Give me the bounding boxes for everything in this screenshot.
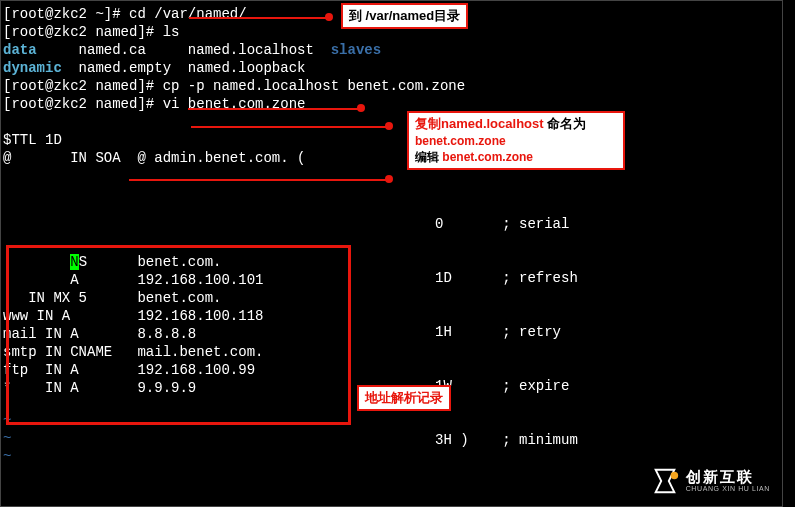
shell-prompt: [root@zkc2 ~]# — [3, 6, 129, 22]
terminal-line: $TTL 1D — [3, 131, 780, 149]
annotation-box — [6, 245, 351, 425]
logo-icon — [650, 466, 680, 496]
shell-command: ls — [163, 24, 180, 40]
watermark-logo: 创新互联 CHUANG XIN HU LIAN — [650, 466, 770, 496]
terminal-line: @ IN SOA @ admin.benet.com. ( — [3, 149, 780, 167]
annotation-line — [191, 126, 389, 128]
terminal-line: dynamic named.empty named.loopback — [3, 59, 780, 77]
shell-prompt: [root@zkc2 named]# — [3, 96, 163, 112]
svg-point-0 — [670, 472, 678, 480]
annotation-text: 复制named.localhost 命名为 — [415, 116, 586, 131]
annotation-text: benet.com.zone — [415, 134, 617, 148]
soa-values: 0 ; serial 1D ; refresh 1H ; retry 1W ; … — [435, 179, 578, 485]
annotation-line — [189, 17, 329, 19]
annotation-line — [129, 179, 389, 181]
annotation-line — [188, 108, 361, 110]
annotation-box: 地址解析记录 — [357, 385, 451, 411]
shell-prompt: [root@zkc2 named]# — [3, 78, 163, 94]
vi-tilde: ~ — [3, 429, 780, 447]
shell-command: cd /var/named/ — [129, 6, 247, 22]
soa-minimum: 3H ) ; minimum — [435, 431, 578, 449]
terminal-line: [root@zkc2 named]# vi benet.com.zone — [3, 95, 780, 113]
soa-retry: 1H ; retry — [435, 323, 578, 341]
dir-name: data — [3, 42, 37, 58]
logo-text: 创新互联 CHUANG XIN HU LIAN — [686, 469, 770, 492]
shell-prompt: [root@zkc2 named]# — [3, 24, 163, 40]
file-list: named.ca named.localhost — [37, 42, 331, 58]
dir-name: slaves — [331, 42, 381, 58]
vi-tilde: ~ — [3, 447, 780, 465]
dir-name: dynamic — [3, 60, 62, 76]
file-list: named.empty named.loopback — [62, 60, 306, 76]
annotation-box: 复制named.localhost 命名为 benet.com.zone 编辑 … — [407, 111, 625, 170]
annotation-box: 到 /var/named目录 — [341, 3, 468, 29]
annotation-dot — [385, 175, 393, 183]
shell-command: cp -p named.localhost benet.com.zone — [163, 78, 465, 94]
annotation-text: 到 /var/named目录 — [349, 8, 460, 23]
annotation-dot — [357, 104, 365, 112]
soa-serial: 0 ; serial — [435, 215, 578, 233]
annotation-text: 编辑 benet.com.zone — [415, 149, 617, 166]
annotation-dot — [325, 13, 333, 21]
soa-expire: 1W ; expire — [435, 377, 578, 395]
soa-refresh: 1D ; refresh — [435, 269, 578, 287]
terminal-line: data named.ca named.localhost slaves — [3, 41, 780, 59]
terminal-window[interactable]: [root@zkc2 ~]# cd /var/named/ [root@zkc2… — [0, 0, 783, 507]
terminal-line: [root@zkc2 named]# cp -p named.localhost… — [3, 77, 780, 95]
